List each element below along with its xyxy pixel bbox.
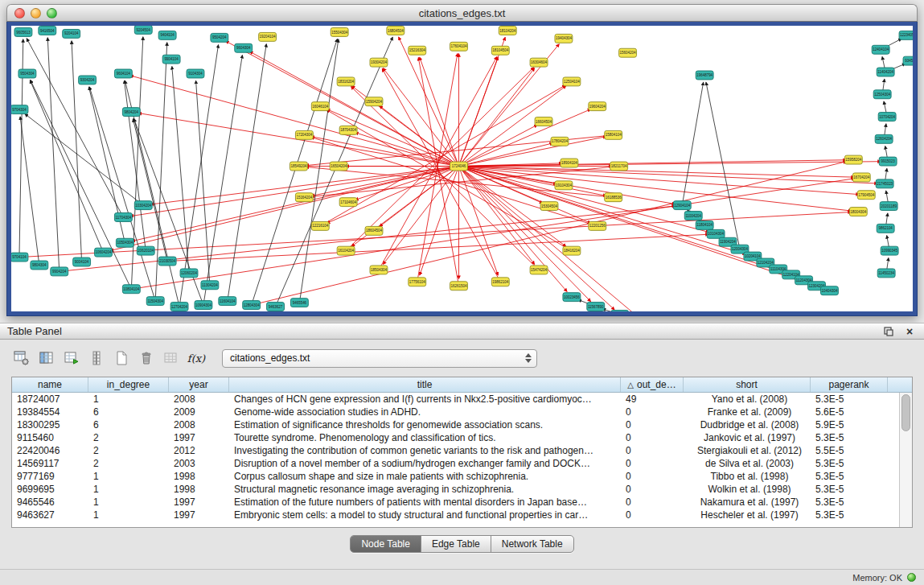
graph-node[interactable]: 15804104 bbox=[605, 130, 622, 139]
close-panel-icon[interactable]: × bbox=[902, 325, 917, 338]
table-row[interactable]: 1456911722003Disruption of a novel membe… bbox=[12, 457, 899, 470]
graph-node[interactable]: 9915023 bbox=[879, 157, 897, 166]
graph-node[interactable]: 10023456 bbox=[563, 293, 581, 302]
graph-node[interactable]: 9104304 bbox=[187, 69, 204, 78]
table-vertical-scrollbar[interactable] bbox=[899, 393, 912, 527]
graph-node[interactable]: 15474204 bbox=[530, 266, 548, 274]
graph-node[interactable]: 10504304 bbox=[116, 238, 133, 247]
graph-node[interactable]: 15604204 bbox=[619, 48, 637, 57]
graph-node[interactable]: 17804204 bbox=[551, 137, 569, 146]
graph-node[interactable]: 19204104 bbox=[259, 32, 277, 41]
graph-node[interactable]: 16504204 bbox=[330, 162, 347, 171]
graph-node[interactable]: 16604504 bbox=[535, 117, 552, 126]
delete-table-icon[interactable] bbox=[136, 348, 157, 369]
graph-node[interactable]: 12216104 bbox=[311, 221, 329, 230]
column-header-short[interactable]: short bbox=[684, 377, 811, 392]
graph-node[interactable]: 9416504 bbox=[39, 26, 56, 35]
graph-node[interactable]: 11304204 bbox=[201, 281, 219, 290]
zoom-window-button[interactable] bbox=[47, 8, 57, 19]
graph-node[interactable]: 11504304 bbox=[146, 297, 164, 306]
graph-node[interactable]: 12604204 bbox=[875, 134, 893, 143]
table-row[interactable]: 1938455462009Genome-wide association stu… bbox=[12, 406, 899, 418]
graph-node[interactable]: 1724046 bbox=[450, 162, 468, 171]
graph-node[interactable]: 11567890 bbox=[587, 303, 605, 311]
table-source-select[interactable]: citations_edges.txt bbox=[222, 349, 537, 368]
graph-node[interactable]: 11004204 bbox=[684, 212, 702, 220]
graph-node[interactable]: 9304204 bbox=[79, 76, 97, 84]
function-builder-icon[interactable]: f(x) bbox=[186, 348, 207, 369]
graph-node[interactable]: 10404304 bbox=[821, 286, 839, 295]
graph-node[interactable]: 9463627 bbox=[267, 303, 285, 311]
graph-node[interactable]: 11604104 bbox=[219, 297, 236, 306]
tab-network-table[interactable]: Network Table bbox=[491, 536, 573, 552]
graph-node[interactable]: 18704304 bbox=[339, 126, 357, 134]
graph-node[interactable]: 16804504 bbox=[387, 26, 405, 35]
graph-node[interactable]: 10804104 bbox=[122, 285, 140, 294]
graph-node[interactable]: 12404104 bbox=[872, 45, 889, 54]
close-window-button[interactable] bbox=[14, 8, 25, 19]
window-titlebar[interactable]: citations_edges.txt bbox=[6, 4, 918, 22]
minimize-window-button[interactable] bbox=[31, 8, 41, 19]
graph-node[interactable]: 16188536 bbox=[605, 193, 622, 202]
graph-node[interactable]: 15504304 bbox=[331, 27, 348, 36]
column-header-title[interactable]: title bbox=[229, 377, 621, 392]
graph-node[interactable]: 18316204 bbox=[337, 77, 355, 86]
graph-node[interactable]: 18904104 bbox=[561, 159, 578, 167]
graph-node[interactable]: 12504304 bbox=[873, 90, 891, 99]
graph-node[interactable]: 9904104 bbox=[162, 55, 180, 64]
float-panel-icon[interactable] bbox=[881, 325, 896, 338]
row-options-icon[interactable] bbox=[86, 348, 107, 369]
graph-node[interactable]: 19604204 bbox=[589, 102, 606, 111]
graph-node[interactable]: 19648794 bbox=[696, 71, 713, 80]
column-header-name[interactable]: name bbox=[12, 377, 88, 392]
tab-edge-table[interactable]: Edge Table bbox=[421, 536, 491, 552]
graph-node[interactable]: 11804104 bbox=[696, 220, 713, 229]
graph-node[interactable]: 12201256 bbox=[589, 221, 606, 230]
graph-node[interactable]: 20123456 bbox=[611, 311, 629, 311]
graph-node[interactable]: 15164204 bbox=[295, 193, 313, 202]
graph-node[interactable]: 15904204 bbox=[365, 97, 383, 106]
graph-node[interactable]: 18504304 bbox=[370, 266, 388, 274]
network-canvas[interactable]: 1724046182117041618853612201256184162041… bbox=[11, 26, 913, 311]
graph-node[interactable]: 18416204 bbox=[563, 246, 581, 255]
graph-node[interactable]: 18104504 bbox=[491, 46, 509, 55]
graph-node[interactable]: 9862104 bbox=[877, 224, 894, 233]
table-row[interactable]: 946554611997Estimation of the future num… bbox=[12, 496, 899, 509]
graph-node[interactable]: 9204504 bbox=[134, 26, 152, 34]
import-table-icon[interactable] bbox=[161, 348, 182, 369]
graph-node[interactable]: 9004104 bbox=[73, 257, 91, 266]
graph-node[interactable]: 9345671 bbox=[903, 56, 913, 65]
graph-node[interactable]: 18104204 bbox=[499, 26, 516, 35]
graph-node[interactable]: 9605613 bbox=[14, 27, 32, 36]
graph-node[interactable]: 17904504 bbox=[857, 191, 875, 200]
graph-node[interactable]: 20201189 bbox=[880, 202, 897, 211]
graph-node[interactable]: 18549204 bbox=[290, 162, 307, 171]
graph-node[interactable]: 12904104 bbox=[673, 201, 691, 210]
table-row[interactable]: 946362711997Embryonic stem cells: a mode… bbox=[12, 509, 899, 521]
graph-node[interactable]: 9704304 bbox=[11, 105, 28, 114]
graph-node[interactable]: 10990345 bbox=[881, 246, 898, 255]
graph-node[interactable]: 9704104 bbox=[11, 253, 28, 262]
graph-node[interactable]: 9404104 bbox=[158, 31, 176, 39]
scrollbar-thumb[interactable] bbox=[901, 394, 910, 431]
graph-node[interactable]: 9504204 bbox=[211, 33, 228, 42]
graph-node[interactable]: 16104204 bbox=[337, 246, 355, 255]
graph-node[interactable]: 9904204 bbox=[51, 267, 68, 276]
graph-node[interactable]: 15304504 bbox=[540, 202, 558, 211]
graph-node[interactable]: 17756104 bbox=[409, 278, 426, 286]
graph-node[interactable]: 19104304 bbox=[555, 181, 573, 190]
column-header-in-degree[interactable]: in_degree bbox=[88, 377, 169, 392]
graph-node[interactable]: 12060204 bbox=[180, 269, 198, 278]
graph-node[interactable]: 10904304 bbox=[195, 301, 212, 310]
graph-node[interactable]: 19862104 bbox=[491, 278, 509, 286]
graph-node[interactable]: 18211704 bbox=[610, 162, 628, 171]
graph-node[interactable]: 10604204 bbox=[95, 248, 113, 257]
graph-node[interactable]: 21745023 bbox=[876, 179, 893, 188]
graph-node[interactable]: 16704204 bbox=[852, 173, 870, 182]
graph-node[interactable]: 12234056 bbox=[899, 31, 913, 39]
graph-node[interactable]: 11450234 bbox=[877, 269, 895, 278]
graph-node[interactable]: 16261504 bbox=[450, 282, 468, 290]
tab-node-table[interactable]: Node Table bbox=[351, 536, 421, 552]
graph-node[interactable]: 9804304 bbox=[31, 261, 48, 270]
graph-node[interactable]: 9504304 bbox=[18, 69, 36, 78]
